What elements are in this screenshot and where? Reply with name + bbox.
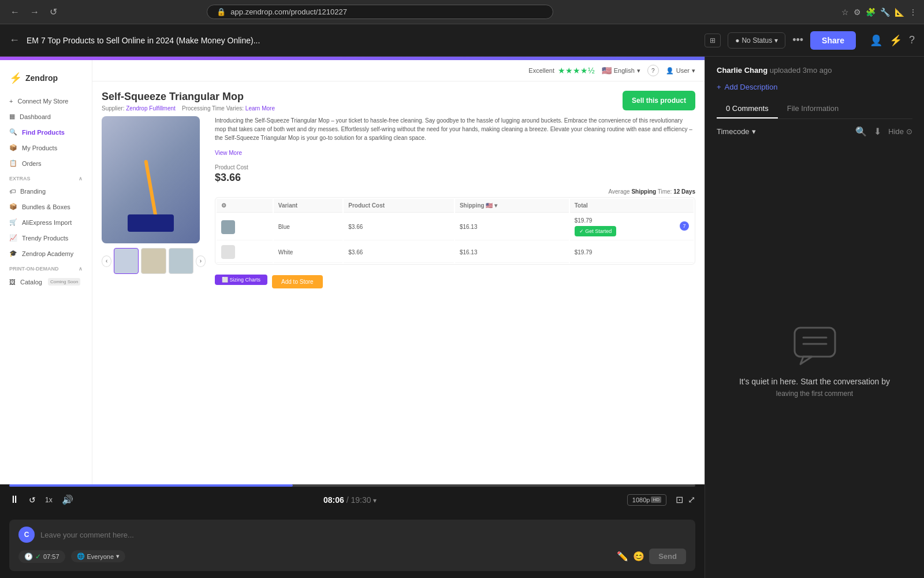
tab-comments[interactable]: 0 Comments xyxy=(717,99,778,118)
bookmark-btn[interactable]: ☆ xyxy=(841,8,849,17)
search-comments-btn[interactable]: 🔍 xyxy=(855,126,867,137)
app-back-btn[interactable]: ← xyxy=(9,34,20,46)
download-btn[interactable]: ⬇ xyxy=(874,126,881,137)
svg-marker-1 xyxy=(800,357,812,364)
ext-btn-1[interactable]: ⚙ xyxy=(854,8,861,17)
globe-icon: 🌐 xyxy=(77,553,85,560)
plus-icon: + xyxy=(717,83,721,91)
sidebar-find-products[interactable]: 🔍 Find Products xyxy=(0,124,92,140)
progress-bar-container[interactable] xyxy=(9,484,695,487)
col-total: Total xyxy=(570,199,694,213)
sizing-charts-btn[interactable]: ⬜ Sizing Charts xyxy=(215,275,267,285)
view-more-link[interactable]: View More xyxy=(215,150,242,156)
bundles-label: Bundles & Boxes xyxy=(22,203,70,210)
status-btn[interactable]: ● No Status ▾ xyxy=(728,32,785,49)
timestamp-tag[interactable]: 🕐 ✓ 07:57 xyxy=(18,550,65,563)
ext-btn-2[interactable]: 🧩 xyxy=(866,8,875,17)
comment-input-field[interactable] xyxy=(40,531,686,539)
volume-btn[interactable]: 🔊 xyxy=(62,494,73,505)
sidebar-trendy[interactable]: 📈 Trendy Products xyxy=(0,230,92,246)
ext-btn-4[interactable]: 📐 xyxy=(895,8,904,17)
storyboard-btn[interactable]: ⊞ xyxy=(705,34,721,47)
user-account-btn[interactable]: 👤 User ▾ xyxy=(666,67,695,75)
thumb-3[interactable] xyxy=(169,248,193,274)
tab-file-info[interactable]: File Information xyxy=(778,99,848,118)
share-btn[interactable]: Share xyxy=(810,31,856,50)
fullscreen-btn[interactable]: ⤢ xyxy=(688,494,695,505)
sidebar-orders[interactable]: 📋 Orders xyxy=(0,155,92,171)
comment-area: C 🕐 ✓ 07:57 🌐 Everyone ▾ xyxy=(0,513,705,578)
learn-more-link[interactable]: Learn More xyxy=(245,105,275,112)
time-chevron[interactable]: ▾ xyxy=(373,497,377,505)
trendy-icon: 📈 xyxy=(9,234,17,242)
prev-image-btn[interactable]: ‹ xyxy=(102,255,111,267)
video-content: ⚡ Zendrop + Connect My Store ▦ Dashboard… xyxy=(0,60,705,484)
sidebar-catalog[interactable]: 🖼 Catalog Coming Soon xyxy=(0,274,92,290)
browser-chrome: ← → ↺ 🔒 app.zendrop.com/product/1210227 … xyxy=(0,0,924,24)
variants-table-body: Blue $3.66 $16.13 $19.79 7 ✓ Get xyxy=(217,214,694,263)
col-variant: Variant xyxy=(274,199,342,213)
crop-view-btn[interactable]: ⊡ xyxy=(676,494,683,505)
add-description-btn[interactable]: + Add Description xyxy=(717,83,777,91)
pod-collapse[interactable]: ∧ xyxy=(79,266,83,272)
lightning-icon-btn[interactable]: ⚡ xyxy=(889,34,902,47)
extras-collapse[interactable]: ∧ xyxy=(79,176,83,181)
mop-visual xyxy=(128,151,174,232)
address-bar[interactable]: 🔒 app.zendrop.com/product/1210227 xyxy=(207,5,553,19)
send-comment-btn[interactable]: Send xyxy=(649,549,686,564)
hide-btn[interactable]: Hide ⊙ xyxy=(888,126,912,137)
help-icon-btn[interactable]: ? xyxy=(909,34,915,46)
hd-badge: HD xyxy=(651,497,661,503)
speech-bubble-icon xyxy=(792,325,838,365)
loop-btn[interactable]: ↺ xyxy=(29,495,36,505)
sidebar-my-products[interactable]: 📦 My Products xyxy=(0,140,92,155)
sidebar-bundles[interactable]: 📦 Bundles & Boxes xyxy=(0,199,92,214)
playback-rate-btn[interactable]: 1x xyxy=(45,496,53,504)
browser-back-btn[interactable]: ← xyxy=(7,6,23,18)
thumb-2[interactable] xyxy=(141,248,166,274)
sidebar-dashboard[interactable]: ▦ Dashboard xyxy=(0,109,92,124)
drawing-tool-btn[interactable]: ✏️ xyxy=(617,551,628,562)
next-image-btn[interactable]: › xyxy=(196,255,206,267)
language-btn[interactable]: 🇺🇸 English ▾ xyxy=(602,66,640,75)
help-circle-btn[interactable]: ? xyxy=(647,65,659,76)
get-started-btn[interactable]: ✓ Get Started xyxy=(575,226,617,236)
uploader-info: Charlie Chang uploaded 3mo ago xyxy=(717,66,912,75)
variant-total-blue: $19.79 7 ✓ Get Started xyxy=(570,214,694,240)
sidebar-connect-store[interactable]: + Connect My Store xyxy=(0,94,92,109)
avatar-initial: C xyxy=(24,531,29,539)
sell-product-btn[interactable]: Sell this product xyxy=(623,91,695,110)
play-pause-btn[interactable]: ⏸ xyxy=(9,494,20,506)
branding-icon: 🏷 xyxy=(9,188,16,195)
audience-dropdown-btn[interactable]: 🌐 Everyone ▾ xyxy=(71,550,125,562)
thumb-1[interactable] xyxy=(114,248,139,274)
supplier-link[interactable]: Zendrop Fulfillment xyxy=(126,105,176,112)
product-info: Introducing the Self-Squeeze Triangular … xyxy=(215,116,695,288)
sidebar-aliexpress[interactable]: 🛒 AliExpress Import xyxy=(0,214,92,230)
my-products-label: My Products xyxy=(22,144,57,151)
panel-tabs: 0 Comments File Information xyxy=(717,99,912,119)
more-options-btn[interactable]: ••• xyxy=(792,34,803,46)
variants-table-header: ⚙ Variant Product Cost Shipping 🇺🇸 ▾ Tot… xyxy=(217,199,694,213)
more-ext-btn[interactable]: ⋮ xyxy=(909,8,917,17)
browser-refresh-btn[interactable]: ↺ xyxy=(46,5,61,18)
ext-btn-3[interactable]: 🔧 xyxy=(880,8,890,17)
emoji-btn[interactable]: 😊 xyxy=(633,551,644,562)
timecode-label: Timecode xyxy=(717,127,750,136)
webpage-frame: ⚡ Zendrop + Connect My Store ▦ Dashboard… xyxy=(0,60,705,484)
catalog-icon: 🖼 xyxy=(9,279,16,286)
quality-btn[interactable]: 1080p HD xyxy=(627,494,666,506)
variant-img-cell xyxy=(217,214,273,240)
aliexpress-icon: 🛒 xyxy=(9,218,17,226)
variant-img-cell-2 xyxy=(217,242,273,263)
empty-title-text: It's quiet in here. Start the conversati… xyxy=(739,377,890,386)
timecode-btn[interactable]: Timecode ▾ xyxy=(717,127,756,136)
variant-row-blue: Blue $3.66 $16.13 $19.79 7 ✓ Get xyxy=(217,214,694,240)
browser-forward-btn[interactable]: → xyxy=(27,6,43,18)
hide-icon: ⊙ xyxy=(906,127,912,136)
add-to-store-btn[interactable]: Add to Store xyxy=(272,275,323,288)
progress-area[interactable] xyxy=(0,484,705,487)
sidebar-branding[interactable]: 🏷 Branding xyxy=(0,184,92,199)
sidebar-academy[interactable]: 🎓 Zendrop Academy xyxy=(0,246,92,261)
person-icon-btn[interactable]: 👤 xyxy=(870,34,882,47)
